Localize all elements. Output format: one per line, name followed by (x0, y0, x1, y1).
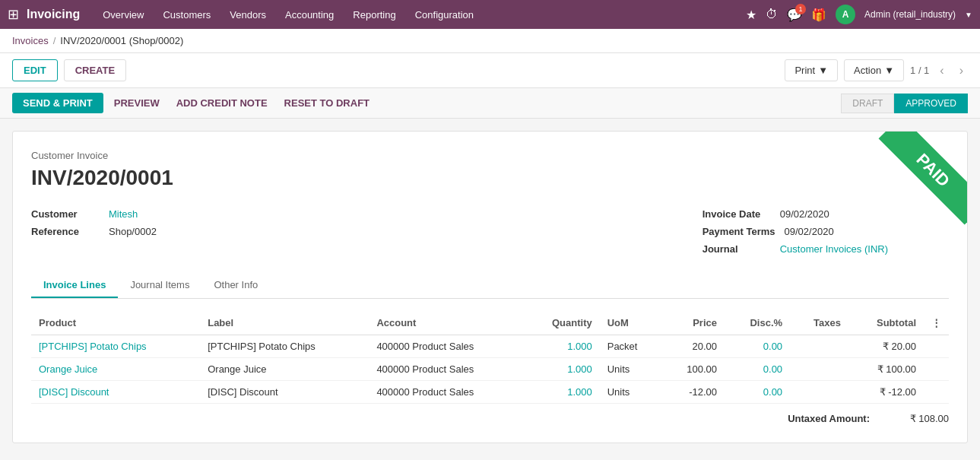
breadcrumb-parent[interactable]: Invoices (12, 35, 49, 46)
reference-value: Shop/0002 (109, 226, 157, 237)
invoice-date-row: Invoice Date 09/02/2020 (702, 208, 888, 220)
add-credit-note-button[interactable]: ADD CREDIT NOTE (170, 93, 274, 113)
pagination-prev[interactable]: ‹ (935, 62, 948, 79)
nav-customers[interactable]: Customers (155, 3, 218, 27)
tab-invoice-lines[interactable]: Invoice Lines (31, 273, 118, 298)
status-approved: APPROVED (894, 94, 968, 113)
nav-accounting[interactable]: Accounting (278, 3, 341, 27)
gift-icon[interactable]: 🎁 (811, 8, 826, 22)
cell-label: [PTCHIPS] Potato Chips (200, 335, 369, 358)
app-name: Invoicing (27, 8, 80, 21)
cell-product[interactable]: [DISC] Discount (31, 381, 200, 404)
cell-quantity: 1.000 (524, 335, 600, 358)
cell-product[interactable]: Orange Juice (31, 358, 200, 381)
cell-account: 400000 Product Sales (369, 358, 523, 381)
status-draft: DRAFT (841, 94, 894, 113)
nav-right: ★ ⏱ 💬 1 🎁 A Admin (retail_industry) ▼ (746, 5, 972, 24)
table-row: [PTCHIPS] Potato Chips [PTCHIPS] Potato … (31, 335, 949, 358)
nav-configuration[interactable]: Configuration (408, 3, 481, 27)
cell-taxes (790, 358, 848, 381)
col-price: Price (662, 311, 725, 335)
pagination: 1 / 1 ‹ › (910, 62, 968, 79)
col-quantity: Quantity (524, 311, 600, 335)
table-header-row: Product Label Account Quantity UoM Price… (31, 311, 949, 335)
cell-label: [DISC] Discount (200, 381, 369, 404)
main-content: PAID Customer Invoice INV/2020/0001 Cust… (0, 119, 980, 455)
cell-price: 100.00 (662, 358, 725, 381)
invoice-number: INV/2020/0001 (31, 166, 949, 190)
payment-terms-row: Payment Terms 09/02/2020 (702, 226, 888, 237)
untaxed-amount-label: Untaxed Amount: (788, 413, 870, 424)
invoice-card: PAID Customer Invoice INV/2020/0001 Cust… (12, 131, 968, 443)
meta-left: Customer Mitesh Reference Shop/0002 (31, 208, 157, 255)
untaxed-amount-value: ₹ 108.00 (888, 413, 949, 424)
nav-vendors[interactable]: Vendors (222, 3, 274, 27)
cell-price: -12.00 (662, 381, 725, 404)
tab-other-info[interactable]: Other Info (201, 273, 270, 298)
send-print-button[interactable]: SEND & PRINT (12, 93, 103, 113)
payment-terms-label: Payment Terms (702, 226, 775, 237)
payment-terms-value: 09/02/2020 (785, 226, 834, 237)
col-actions: ⋮ (924, 311, 949, 335)
clock-icon[interactable]: ⏱ (766, 8, 778, 21)
action-dropdown[interactable]: Action ▼ (844, 59, 904, 81)
cell-row-action[interactable] (924, 335, 949, 358)
pagination-next[interactable]: › (955, 62, 968, 79)
user-avatar[interactable]: A (836, 5, 855, 24)
preview-button[interactable]: PREVIEW (108, 93, 166, 113)
cell-taxes (790, 335, 848, 358)
cell-disc: 0.00 (725, 358, 790, 381)
cell-uom: Units (600, 381, 662, 404)
create-button[interactable]: CREATE (64, 59, 126, 81)
invoice-footer: Untaxed Amount: ₹ 108.00 (31, 404, 949, 424)
totals-row: Untaxed Amount: ₹ 108.00 (788, 413, 949, 424)
col-taxes: Taxes (790, 311, 848, 335)
cell-row-action[interactable] (924, 358, 949, 381)
cell-account: 400000 Product Sales (369, 335, 523, 358)
invoice-date-label: Invoice Date (702, 208, 771, 220)
cell-label: Orange Juice (200, 358, 369, 381)
pagination-text: 1 / 1 (910, 65, 929, 76)
invoice-table: Product Label Account Quantity UoM Price… (31, 311, 949, 404)
cell-account: 400000 Product Sales (369, 381, 523, 404)
cell-taxes (790, 381, 848, 404)
edit-button[interactable]: EDIT (12, 59, 58, 81)
action-bar: EDIT CREATE Print ▼ Action ▼ 1 / 1 ‹ › (0, 53, 980, 88)
col-subtotal: Subtotal (848, 311, 924, 335)
col-label: Label (200, 311, 369, 335)
tab-journal-items[interactable]: Journal Items (118, 273, 201, 298)
user-dropdown-arrow[interactable]: ▼ (965, 11, 972, 19)
invoice-meta: Customer Mitesh Reference Shop/0002 Invo… (31, 208, 949, 255)
col-disc: Disc.% (725, 311, 790, 335)
nav-reporting[interactable]: Reporting (345, 3, 403, 27)
user-info[interactable]: Admin (retail_industry) (864, 9, 956, 20)
col-product: Product (31, 311, 200, 335)
cell-uom: Packet (600, 335, 662, 358)
reset-to-draft-button[interactable]: RESET TO DRAFT (278, 93, 376, 113)
action-label: Action (854, 65, 881, 76)
nav-overview[interactable]: Overview (95, 3, 151, 27)
print-arrow-icon: ▼ (818, 65, 828, 76)
table-row: [DISC] Discount [DISC] Discount 400000 P… (31, 381, 949, 404)
cell-subtotal: ₹ 20.00 (848, 335, 924, 358)
notification-badge: 1 (795, 4, 806, 14)
meta-right: Invoice Date 09/02/2020 Payment Terms 09… (702, 208, 888, 255)
reference-row: Reference Shop/0002 (31, 226, 157, 237)
breadcrumb: Invoices / INV/2020/0001 (Shop/0002) (0, 29, 980, 53)
journal-value[interactable]: Customer Invoices (INR) (780, 243, 888, 255)
apps-icon[interactable]: ★ (746, 8, 756, 22)
cell-subtotal: ₹ -12.00 (848, 381, 924, 404)
cell-quantity: 1.000 (524, 381, 600, 404)
journal-label: Journal (702, 243, 771, 255)
cell-row-action[interactable] (924, 381, 949, 404)
breadcrumb-current: INV/2020/0001 (Shop/0002) (60, 35, 183, 46)
app-grid-icon[interactable]: ⊞ (8, 6, 19, 23)
chat-icon[interactable]: 💬 1 (787, 8, 802, 22)
cell-product[interactable]: [PTCHIPS] Potato Chips (31, 335, 200, 358)
col-uom: UoM (600, 311, 662, 335)
customer-value[interactable]: Mitesh (109, 208, 138, 220)
invoice-type: Customer Invoice (31, 150, 949, 161)
print-dropdown[interactable]: Print ▼ (785, 59, 838, 81)
cell-quantity: 1.000 (524, 358, 600, 381)
col-account: Account (369, 311, 523, 335)
